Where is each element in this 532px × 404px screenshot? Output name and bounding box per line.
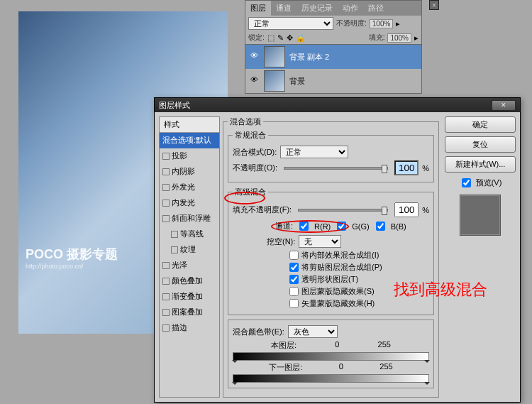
chevron-down-icon[interactable]: ▸: [414, 33, 419, 43]
blend-if-fieldset: 混合颜色带(E): 灰色 本图层:0255 下一图层:0255: [228, 320, 434, 388]
blend-if-dropdown[interactable]: 灰色: [288, 325, 338, 338]
style-item[interactable]: 内发光: [160, 195, 219, 211]
lock-all-icon[interactable]: 🔒: [296, 33, 306, 43]
channel-b-checkbox[interactable]: [376, 222, 385, 231]
tab-channels[interactable]: 通道: [271, 1, 297, 16]
checkbox-icon[interactable]: [162, 168, 170, 175]
advanced-check-label: 图层蒙版隐藏效果(S): [301, 286, 375, 297]
blend-mode-select[interactable]: 正常: [248, 17, 333, 30]
blend-mode-dropdown[interactable]: 正常: [280, 146, 348, 158]
checkbox-icon[interactable]: [162, 200, 170, 207]
channel-r-checkbox[interactable]: [299, 222, 309, 231]
tab-actions[interactable]: 动作: [338, 1, 363, 16]
lock-brush-icon[interactable]: ✎: [277, 33, 284, 43]
ok-button[interactable]: 确定: [445, 116, 516, 133]
knockout-dropdown[interactable]: 无: [299, 235, 341, 248]
under-layer-slider[interactable]: [233, 374, 429, 383]
style-item[interactable]: 等高线: [160, 226, 219, 242]
advanced-checkbox[interactable]: [289, 287, 299, 296]
range-low: 0: [339, 362, 343, 373]
style-item[interactable]: 纹理: [160, 242, 219, 258]
advanced-legend: 高级混合: [233, 187, 268, 197]
styles-header[interactable]: 样式: [160, 117, 219, 133]
fill-value[interactable]: 100%: [387, 33, 411, 43]
style-item[interactable]: 颜色叠加: [160, 273, 219, 289]
checkbox-icon[interactable]: [171, 231, 178, 238]
style-item-label: 光泽: [172, 260, 187, 271]
style-item-label: 纹理: [180, 244, 196, 255]
close-icon[interactable]: ×: [429, 0, 439, 10]
style-item-label: 内阴影: [172, 166, 195, 177]
new-style-button[interactable]: 新建样式(W)...: [445, 156, 516, 173]
this-layer-slider[interactable]: [233, 352, 429, 361]
tab-paths[interactable]: 路径: [363, 1, 389, 16]
layer-style-dialog: 图层样式 ✕ 样式 混合选项:默认投影内阴影外发光内发光斜面和浮雕等高线纹理光泽…: [154, 97, 521, 403]
style-item-label: 投影: [172, 151, 187, 161]
checkbox-icon[interactable]: [162, 215, 170, 222]
style-item[interactable]: 光泽: [160, 258, 219, 273]
blend-if-label: 混合颜色带(E):: [233, 327, 284, 337]
advanced-check-label: 将剪贴图层混合成组(P): [301, 262, 382, 273]
chevron-down-icon[interactable]: ▸: [396, 19, 400, 28]
blend-mode-label: 混合模式(D):: [233, 147, 277, 158]
opacity-input[interactable]: [394, 160, 419, 175]
style-item[interactable]: 投影: [160, 148, 219, 164]
eye-icon[interactable]: 👁: [248, 75, 260, 87]
preview-label: 预览(V): [476, 178, 502, 188]
style-item[interactable]: 混合选项:默认: [160, 133, 219, 148]
style-item-label: 外发光: [172, 182, 195, 192]
advanced-checkbox[interactable]: [289, 263, 299, 272]
fill-opacity-input[interactable]: [394, 202, 419, 217]
dialog-buttons: 确定 复位 新建样式(W)... 预览(V): [442, 112, 520, 402]
cancel-button[interactable]: 复位: [445, 136, 516, 153]
preview-checkbox[interactable]: [462, 178, 471, 187]
style-item-label: 图案叠加: [172, 307, 203, 317]
watermark: POCO 摄影专题 http://photo.poco.cn/: [18, 243, 125, 334]
channel-g-label: G(G): [352, 222, 369, 231]
tab-layers[interactable]: 图层: [245, 1, 271, 16]
advanced-checkbox[interactable]: [289, 275, 299, 284]
dialog-titlebar[interactable]: 图层样式 ✕: [155, 98, 520, 112]
lock-move-icon[interactable]: ✥: [287, 33, 293, 43]
layer-name: 背景 副本 2: [289, 52, 329, 62]
opacity-slider[interactable]: [284, 167, 388, 170]
advanced-checkbox[interactable]: [289, 299, 299, 308]
channels-label: 通道:: [275, 221, 293, 231]
checkbox-icon[interactable]: [162, 184, 170, 191]
general-blend-fieldset: 常规混合 混合模式(D): 正常 不透明度(O): %: [228, 130, 434, 182]
style-item[interactable]: 内阴影: [160, 164, 219, 180]
style-item[interactable]: 图案叠加: [160, 305, 219, 320]
checkbox-icon[interactable]: [162, 262, 170, 269]
dialog-close-button[interactable]: ✕: [492, 100, 516, 111]
range-high: 255: [378, 340, 391, 351]
channel-r-label: R(R): [314, 222, 331, 231]
fill-opacity-slider[interactable]: [298, 209, 388, 212]
checkbox-icon[interactable]: [162, 153, 170, 160]
channel-g-checkbox[interactable]: [337, 222, 346, 231]
layer-row[interactable]: 👁 背景: [245, 69, 421, 93]
checkbox-icon[interactable]: [162, 324, 170, 332]
style-item[interactable]: 渐变叠加: [160, 289, 219, 305]
annotation-text: 找到高级混合: [394, 279, 487, 300]
eye-icon[interactable]: 👁: [248, 51, 260, 62]
style-item[interactable]: 外发光: [160, 180, 219, 195]
percent-label: %: [422, 206, 429, 214]
tab-history[interactable]: 历史记录: [297, 1, 338, 16]
layer-row[interactable]: 👁 背景 副本 2: [245, 45, 421, 69]
style-item[interactable]: 描边: [160, 320, 219, 336]
style-item[interactable]: 斜面和浮雕: [160, 211, 219, 226]
checkbox-icon[interactable]: [162, 293, 170, 300]
checkbox-icon[interactable]: [162, 309, 170, 316]
opacity-value[interactable]: 100%: [370, 19, 394, 28]
advanced-option: 将内部效果混合成组(I): [289, 250, 429, 261]
checkbox-icon[interactable]: [171, 246, 178, 253]
style-item-label: 颜色叠加: [172, 275, 203, 286]
blend-options-legend: 混合选项: [228, 116, 263, 127]
advanced-option: 将剪贴图层混合成组(P): [289, 262, 429, 273]
opacity-label: 不透明度(O):: [233, 163, 277, 173]
lock-transparent-icon[interactable]: ⬚: [267, 33, 275, 43]
styles-list: 样式 混合选项:默认投影内阴影外发光内发光斜面和浮雕等高线纹理光泽颜色叠加渐变叠…: [159, 116, 220, 398]
general-legend: 常规混合: [233, 130, 268, 141]
advanced-checkbox[interactable]: [289, 251, 299, 260]
checkbox-icon[interactable]: [162, 278, 170, 285]
